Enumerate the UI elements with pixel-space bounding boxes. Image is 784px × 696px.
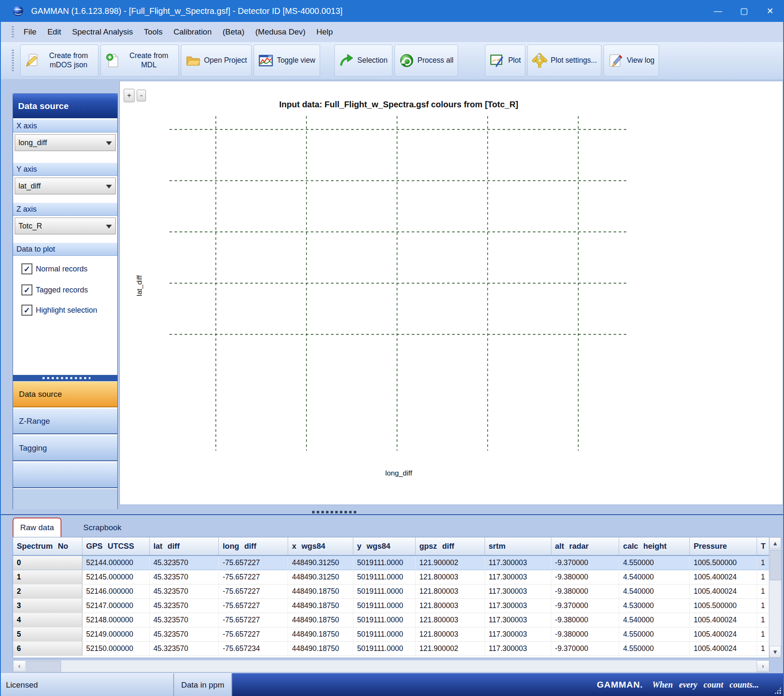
maximize-button[interactable]: ▢ — [731, 0, 757, 22]
vertical-scroll-thumb[interactable] — [770, 550, 781, 580]
scroll-down-icon[interactable]: ▼ — [769, 646, 781, 658]
normal-records-checkbox-row[interactable]: ✓ Normal records — [21, 263, 87, 274]
table-cell: 1 — [13, 570, 82, 584]
column-header-gpsz-diff[interactable]: gpsz diff — [416, 537, 485, 555]
column-header-y-wgs84[interactable]: y wgs84 — [353, 537, 416, 555]
table-cell: 4.530000 — [619, 599, 690, 613]
table-row[interactable]: 352147.00000045.323570-75.657227448490.1… — [13, 599, 769, 613]
x-axis-select[interactable]: long_diff — [15, 134, 116, 151]
checkbox-checked-icon[interactable]: ✓ — [21, 263, 32, 274]
tagged-records-checkbox-row[interactable]: ✓ Tagged records — [21, 284, 88, 295]
folder-icon — [185, 53, 201, 68]
sidebar-splitter[interactable] — [13, 375, 117, 381]
column-header-gps-utcss[interactable]: GPS UTCSS — [82, 537, 150, 555]
y-axis-select[interactable]: lat_diff — [15, 178, 116, 194]
menu-item-file[interactable]: File — [18, 25, 42, 39]
resize-grip[interactable] — [774, 687, 781, 694]
highlight-selection-checkbox-row[interactable]: ✓ Highlight selection — [21, 305, 97, 316]
table-cell: 1 — [757, 627, 769, 641]
tab-scrapbook[interactable]: Scrapbook — [77, 518, 128, 537]
horizontal-splitter[interactable] — [1, 509, 783, 515]
menu-item-tools[interactable]: Tools — [138, 25, 168, 39]
menu-item-spectral-analysis[interactable]: Spectral Analysis — [66, 25, 138, 39]
plot-zoom-in-button[interactable]: + — [124, 89, 135, 102]
plot-settings-button[interactable]: Plot settings... — [527, 45, 601, 77]
table-row[interactable]: 252146.00000045.323570-75.657227448490.1… — [13, 584, 769, 599]
table-cell: 448490.18750 — [288, 642, 353, 656]
table-row[interactable]: 452148.00000045.323570-75.657227448490.1… — [13, 613, 769, 627]
create-from-mdl-button[interactable]: Create from MDL — [101, 45, 179, 77]
sidebar-item-blank[interactable] — [13, 462, 117, 488]
data-source-panel: Data source X axis long_diff Y axis lat_… — [13, 93, 118, 511]
create-from-mdos-json-button[interactable]: Create from mDOS json — [20, 45, 98, 77]
toolbar-gripper — [12, 50, 14, 72]
sidebar-item-tagging[interactable]: Tagging — [13, 435, 117, 461]
horizontal-scroll-thumb[interactable] — [26, 661, 61, 672]
table-cell: -9.370000 — [551, 642, 620, 656]
table-header-row: Spectrum NoGPS UTCSSlat difflong diffx w… — [13, 537, 769, 555]
table-cell: 117.300003 — [485, 556, 551, 570]
plot-button[interactable]: Plot — [485, 45, 525, 77]
table-cell: 121.800003 — [416, 599, 485, 613]
column-header-t[interactable]: T — [757, 537, 769, 555]
table-cell: 0 — [13, 556, 82, 570]
table-cell: 121.800003 — [416, 570, 485, 584]
table-row[interactable]: 652150.00000045.323570-75.657234448490.1… — [13, 642, 769, 656]
table-cell: 1005.400024 — [690, 642, 757, 656]
pencil-log-icon — [608, 53, 623, 68]
column-header-srtm[interactable]: srtm — [485, 537, 551, 555]
toolbar-button-label: Plot settings... — [551, 56, 597, 65]
menu-item-help[interactable]: Help — [311, 25, 338, 39]
column-header-x-wgs84[interactable]: x wgs84 — [288, 537, 353, 555]
green-refresh-icon — [399, 53, 414, 68]
table-horizontal-scrollbar[interactable]: ‹ › — [13, 660, 770, 672]
menu-item-calibration[interactable]: Calibration — [168, 25, 217, 39]
column-header-spectrum-no[interactable]: Spectrum No — [13, 537, 82, 555]
sidebar-item-data-source[interactable]: Data source — [13, 381, 117, 407]
table-cell: 448490.18750 — [288, 599, 353, 613]
table-cell: 117.300003 — [485, 642, 551, 656]
z-axis-label: Z axis — [13, 202, 117, 216]
sidebar-item-z-range[interactable]: Z-Range — [13, 408, 117, 434]
view-log-button[interactable]: View log — [604, 45, 659, 77]
checkbox-checked-icon[interactable]: ✓ — [21, 284, 32, 295]
open-project-button[interactable]: Open Project — [181, 45, 252, 77]
table-cell: 52145.000000 — [82, 570, 150, 584]
scroll-up-icon[interactable]: ▲ — [769, 537, 781, 549]
z-axis-select[interactable]: Totc_R — [15, 218, 116, 234]
menu-item--beta-[interactable]: (Beta) — [217, 25, 250, 39]
chevron-down-icon — [106, 141, 112, 145]
menu-item--medusa-dev-[interactable]: (Medusa Dev) — [250, 25, 311, 39]
column-header-calc-height[interactable]: calc height — [619, 537, 690, 555]
process-all-button[interactable]: Process all — [395, 45, 458, 77]
scroll-right-icon[interactable]: › — [757, 660, 769, 672]
tab-raw-data[interactable]: Raw data — [13, 518, 61, 537]
table-cell: 117.300003 — [485, 599, 551, 613]
minimize-button[interactable]: — — [705, 0, 731, 22]
close-button[interactable]: ✕ — [757, 0, 783, 22]
brand-slogan: When every count counts... — [652, 680, 759, 690]
checkbox-checked-icon[interactable]: ✓ — [21, 305, 32, 316]
flight-plot-svg[interactable]: Input data: Full_Flight_w_Spectra.gsf co… — [120, 81, 783, 505]
table-cell: -9.370000 — [551, 599, 620, 613]
plot-panel: Input data: Full_Flight_w_Spectra.gsf co… — [119, 81, 783, 505]
table-cell: -9.380000 — [551, 613, 620, 627]
table-row[interactable]: 052144.00000045.323570-75.657227448490.3… — [13, 555, 769, 570]
toggle-view-button[interactable]: Toggle view — [254, 45, 320, 77]
table-cell: 52147.000000 — [82, 599, 150, 613]
column-header-alt-radar[interactable]: alt radar — [551, 537, 620, 555]
scroll-left-icon[interactable]: ‹ — [13, 660, 26, 672]
table-cell: -9.380000 — [551, 584, 620, 598]
selection-button[interactable]: Selection — [334, 45, 392, 77]
plot-zoom-out-button[interactable]: - — [137, 90, 146, 101]
table-row[interactable]: 152145.00000045.323570-75.657227448490.3… — [13, 570, 769, 584]
column-header-long-diff[interactable]: long diff — [219, 537, 288, 555]
table-vertical-scrollbar[interactable]: ▲ ▼ — [769, 537, 781, 658]
column-header-pressure[interactable]: Pressure — [690, 537, 757, 555]
tab-strip: Raw data Scrapbook — [1, 515, 783, 537]
checkbox-label: Tagged records — [36, 286, 88, 295]
toolbar-button-label: Create from MDL — [124, 51, 174, 70]
table-row[interactable]: 552149.00000045.323570-75.657227448490.1… — [13, 627, 769, 642]
menu-item-edit[interactable]: Edit — [42, 25, 67, 39]
column-header-lat-diff[interactable]: lat diff — [150, 537, 219, 555]
